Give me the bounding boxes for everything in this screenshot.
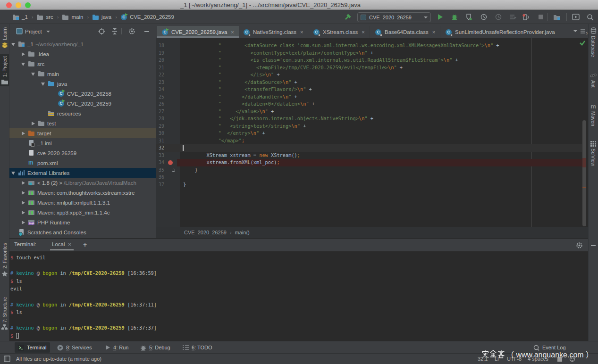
search-everywhere-icon[interactable] [585, 12, 595, 22]
tree-item-maven-xmlpull-xmlpull-1-1-3-1[interactable]: Maven: xmlpull:xmlpull:1.1.3.1 [9, 198, 156, 207]
inspections-ok-icon[interactable] [579, 39, 586, 46]
chevron-collapsed-icon[interactable] [21, 52, 25, 56]
maximize-window-button[interactable] [25, 2, 31, 8]
close-icon[interactable]: ✕ [68, 242, 72, 247]
minimize-panel-icon[interactable] [590, 242, 597, 249]
stripe-button-database[interactable]: Database [589, 25, 598, 59]
toolwindow-toggle-icon[interactable] [4, 356, 10, 362]
profiler-button[interactable] [479, 12, 489, 22]
run-toolwindow-icon[interactable] [571, 12, 581, 22]
tree-item-target[interactable]: target [9, 128, 156, 138]
close-icon[interactable]: × [300, 29, 303, 35]
stripe-button-1-project[interactable]: 1: Project [0, 54, 9, 86]
collapse-all-icon[interactable] [111, 28, 118, 35]
tree-item-resources[interactable]: resources [9, 108, 156, 118]
breadcrumb-item-main[interactable]: main [62, 14, 83, 20]
stripe-button-maven[interactable]: mMaven [589, 101, 598, 128]
tree-item-cve-2020-26258[interactable]: CCVE_2020_26258 [9, 89, 156, 99]
toolwindow-button-run[interactable]: 4: Run [102, 342, 132, 353]
tree-item-scratches-and-consoles[interactable]: Scratches and Consoles [9, 227, 156, 237]
breadcrumb-method[interactable]: main() [235, 230, 250, 235]
chevron-expanded-icon[interactable] [31, 72, 35, 76]
chevron-expanded-icon[interactable] [11, 42, 15, 46]
project-structure-button[interactable] [552, 12, 562, 22]
folder-res-icon [48, 110, 55, 116]
tree-item-pom-xml[interactable]: mpom.xml [9, 158, 156, 168]
tree-item-1[interactable]: _1 ~/work/yanzheng/_1 [9, 39, 156, 49]
tree-item-maven-com-thoughtworks-xstream-xstre[interactable]: Maven: com.thoughtworks.xstream:xstre [9, 188, 156, 198]
breakpoint-icon[interactable] [168, 160, 173, 165]
terminal-tab-local[interactable]: Local✕ [48, 239, 76, 251]
profiler-snapshot-icon[interactable] [494, 12, 503, 22]
gear-icon[interactable] [128, 28, 135, 35]
terminal-settings-gear-icon[interactable] [576, 242, 583, 249]
tab-list-icon[interactable]: 5 [580, 28, 588, 34]
chevron-expanded-icon[interactable] [21, 62, 25, 66]
tree-item-1-iml[interactable]: _1.iml [9, 138, 156, 148]
chevron-down-icon[interactable] [46, 31, 50, 33]
tree-item-src[interactable]: src [9, 59, 156, 69]
tree-item-main[interactable]: main [9, 69, 156, 79]
tab-base64data-class[interactable]: CBase64Data.class× [371, 26, 440, 38]
toolwindow-button-services[interactable]: 8: Services [54, 342, 95, 353]
run-with-coverage-button[interactable] [464, 12, 474, 22]
tab-cve-2020-26259-java[interactable]: CCVE_2020_26259.java× [157, 26, 239, 38]
new-terminal-session-button[interactable]: + [83, 241, 87, 248]
build-hammer-icon[interactable] [343, 12, 353, 22]
tree-item-cve-2020-26259[interactable]: CCVE_2020_26259 [9, 99, 156, 108]
tree-item-external-libraries[interactable]: External Libraries [9, 168, 156, 178]
breadcrumb-item-cve-2020-26259[interactable]: CCVE_2020_26259 [121, 14, 174, 20]
tree-item-java[interactable]: java [9, 79, 156, 89]
debug-button[interactable] [450, 12, 459, 22]
tree-item-php-runtime[interactable]: PHP Runtime [9, 217, 156, 227]
breadcrumb-item-src[interactable]: src [37, 14, 53, 20]
hide-panel-icon[interactable] [143, 28, 150, 35]
breadcrumb-class[interactable]: CVE_2020_26259 [184, 230, 227, 235]
terminal-output[interactable]: $ touch evil# kevino @ bogon in /tmp/CVE… [9, 251, 588, 341]
close-icon[interactable]: × [231, 29, 234, 35]
chevron-collapsed-icon[interactable] [31, 122, 35, 125]
attach-profiler-button[interactable] [521, 12, 531, 22]
chevron-expanded-icon[interactable] [11, 171, 15, 175]
toolwindow-button-debug[interactable]: 5: Debug [137, 342, 174, 353]
chevron-collapsed-icon[interactable] [21, 191, 25, 195]
chevron-collapsed-icon[interactable] [21, 211, 25, 215]
locate-file-icon[interactable] [98, 28, 105, 35]
scrollbar-thumb[interactable] [582, 120, 586, 226]
run-configuration-select[interactable]: CVE_2020_26259 [357, 12, 431, 22]
chevron-down-icon[interactable] [573, 30, 577, 32]
run-button[interactable] [435, 12, 445, 22]
tree-item-1-8-2[interactable]: < 1.8 (2) > /Library/Java/JavaVirtualMac… [9, 178, 156, 188]
code-editor[interactable]: 18 " <dataSource class='com.sun.xml.inte… [156, 38, 588, 227]
tab-xstream-class[interactable]: CXStream.class× [309, 26, 370, 38]
editor-scrollbar[interactable] [582, 38, 587, 227]
structure-icon [1, 324, 8, 330]
minimize-window-button[interactable] [16, 2, 21, 8]
tree-item-cve-2020-26259[interactable]: cve-2020-26259 [9, 148, 156, 158]
stripe-button-2-favorites[interactable]: 2: Favorites [0, 241, 9, 279]
chevron-collapsed-icon[interactable] [21, 201, 25, 205]
close-window-button[interactable] [6, 2, 12, 8]
tab-sunlimitedunsafereflectionprovider-java[interactable]: CSunLimitedUnsafeReflectionProvider.java [441, 26, 560, 38]
chevron-collapsed-icon[interactable] [21, 221, 25, 224]
chevron-collapsed-icon[interactable] [21, 132, 25, 135]
stripe-button-7-structure[interactable]: 7: Structure [0, 295, 9, 332]
run-anything-icon[interactable] [508, 12, 518, 22]
stop-button[interactable] [536, 12, 546, 22]
tree-item-maven-xpp3-xpp3-min-1-1-4c[interactable]: Maven: xpp3:xpp3_min:1.1.4c [9, 207, 156, 217]
toolwindow-button-todo[interactable]: 6: TODO [179, 342, 216, 353]
chevron-expanded-icon[interactable] [41, 82, 45, 86]
close-icon[interactable]: × [362, 29, 364, 35]
stripe-button-sciview[interactable]: SciView [589, 139, 598, 168]
project-panel-title[interactable]: Project [25, 29, 42, 34]
stripe-button-learn[interactable]: Learn [0, 25, 9, 50]
tree-item-test[interactable]: test [9, 118, 156, 128]
close-icon[interactable]: × [432, 29, 435, 35]
tab-nativestring-class[interactable]: CNativeString.class× [239, 26, 308, 38]
stripe-button-ant[interactable]: Ant [589, 71, 598, 90]
toolwindow-button-terminal[interactable]: Terminal [15, 342, 50, 353]
chevron-collapsed-icon[interactable] [21, 181, 25, 185]
breadcrumb-item-java[interactable]: java [93, 14, 111, 20]
tree-item-idea[interactable]: .idea [9, 49, 156, 59]
breadcrumb-item-1[interactable]: _1 [13, 14, 28, 20]
